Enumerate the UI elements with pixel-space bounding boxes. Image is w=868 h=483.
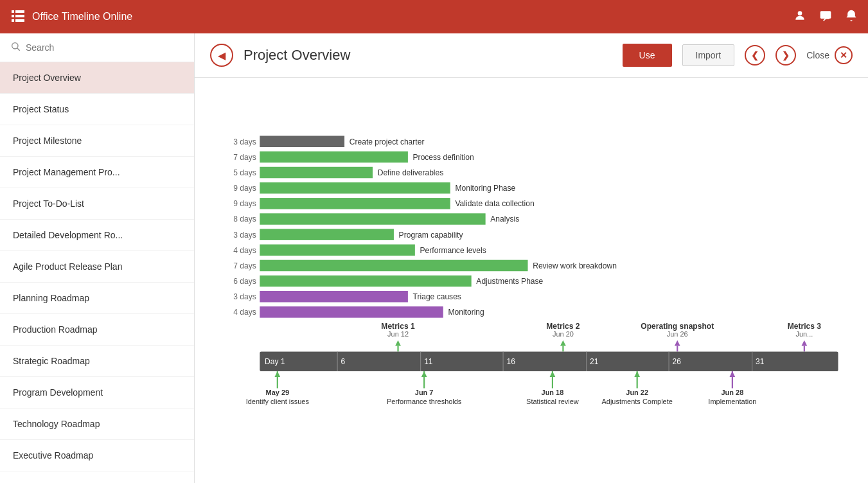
- svg-text:21: 21: [590, 357, 599, 366]
- svg-text:Process definition: Process definition: [413, 153, 474, 162]
- svg-text:Identify client issues: Identify client issues: [246, 398, 310, 405]
- svg-rect-24: [260, 198, 450, 209]
- svg-rect-4: [15, 15, 24, 17]
- svg-text:Analysis: Analysis: [490, 215, 519, 224]
- svg-text:11: 11: [424, 357, 433, 366]
- svg-text:Metrics 1: Metrics 1: [381, 322, 415, 331]
- close-icon: ✕: [835, 46, 853, 64]
- main-layout: Project Overview Project Status Project …: [0, 33, 868, 483]
- svg-point-6: [798, 11, 802, 15]
- svg-rect-12: [260, 136, 344, 147]
- sidebar-item-executive-roadmap[interactable]: Executive Roadmap: [0, 440, 194, 471]
- svg-text:Metrics 2: Metrics 2: [546, 322, 580, 331]
- use-button[interactable]: Use: [623, 44, 672, 67]
- svg-text:Operating snapshot: Operating snapshot: [641, 322, 714, 331]
- content-header: ◀ Project Overview Use Import ❮ ❯ Close …: [195, 33, 868, 78]
- svg-text:Jun 20: Jun 20: [553, 330, 574, 338]
- content-area: ◀ Project Overview Use Import ❮ ❯ Close …: [195, 33, 868, 483]
- svg-text:7 days: 7 days: [233, 261, 256, 270]
- sidebar-item-detailed-development-ro[interactable]: Detailed Development Ro...: [0, 220, 194, 251]
- svg-text:Validate data collection: Validate data collection: [455, 199, 534, 208]
- user-icon[interactable]: [793, 9, 806, 25]
- app-icon: [10, 8, 26, 26]
- svg-text:Jun 12: Jun 12: [387, 330, 409, 338]
- bell-icon[interactable]: [845, 9, 858, 25]
- svg-text:4 days: 4 days: [233, 308, 256, 317]
- svg-text:3 days: 3 days: [233, 137, 256, 146]
- svg-rect-3: [15, 10, 24, 13]
- page-title: Project Overview: [244, 47, 612, 64]
- next-button[interactable]: ❯: [775, 45, 796, 66]
- svg-text:4 days: 4 days: [233, 246, 256, 255]
- svg-text:31: 31: [756, 357, 765, 366]
- svg-text:Day 1: Day 1: [265, 357, 285, 366]
- chat-icon[interactable]: [819, 9, 832, 25]
- svg-text:6: 6: [341, 357, 346, 366]
- svg-text:Jun...: Jun...: [795, 330, 813, 338]
- sidebar-item-project-milestone[interactable]: Project Milestone: [0, 125, 194, 157]
- svg-text:Triage causes: Triage causes: [413, 292, 461, 301]
- svg-rect-27: [260, 213, 485, 225]
- svg-rect-1: [12, 15, 14, 17]
- svg-text:Adjustments Phase: Adjustments Phase: [476, 277, 543, 286]
- sidebar-item-project-overview[interactable]: Project Overview: [0, 62, 194, 94]
- search-input[interactable]: [26, 42, 184, 53]
- svg-text:Create project charter: Create project charter: [350, 137, 425, 146]
- sidebar-item-technology-roadmap[interactable]: Technology Roadmap: [0, 408, 194, 440]
- svg-rect-45: [260, 306, 443, 318]
- sidebar-item-agile-product-release-plan[interactable]: Agile Product Release Plan: [0, 251, 194, 283]
- svg-text:Jun 7: Jun 7: [415, 389, 434, 396]
- svg-text:6 days: 6 days: [233, 277, 256, 286]
- sidebar-list: Project Overview Project Status Project …: [0, 62, 194, 483]
- svg-rect-2: [12, 19, 14, 22]
- sidebar-item-migration-plan[interactable]: Migration Plan: [0, 471, 194, 483]
- svg-text:Review work breakdown: Review work breakdown: [533, 261, 617, 270]
- svg-text:Performance thresholds: Performance thresholds: [387, 398, 462, 405]
- svg-rect-7: [820, 11, 831, 19]
- svg-text:9 days: 9 days: [233, 199, 256, 208]
- sidebar-item-planning-roadmap[interactable]: Planning Roadmap: [0, 283, 194, 314]
- back-button[interactable]: ◀: [210, 44, 233, 67]
- prev-icon: ❮: [751, 50, 759, 60]
- svg-text:3 days: 3 days: [233, 231, 256, 240]
- prev-button[interactable]: ❮: [745, 45, 765, 66]
- sidebar-item-production-roadmap[interactable]: Production Roadmap: [0, 314, 194, 346]
- import-button[interactable]: Import: [682, 44, 735, 66]
- sidebar-item-program-development[interactable]: Program Development: [0, 377, 194, 408]
- svg-rect-36: [260, 260, 527, 272]
- sidebar-item-strategic-roadmap[interactable]: Strategic Roadmap: [0, 346, 194, 377]
- next-icon: ❯: [782, 50, 790, 60]
- svg-text:26: 26: [673, 357, 682, 366]
- svg-rect-0: [12, 10, 14, 13]
- app-header: Office Timeline Online: [0, 0, 868, 33]
- chart-area: 3 days Create project charter 7 days Pro…: [195, 78, 868, 483]
- svg-text:Jun 22: Jun 22: [626, 389, 648, 396]
- svg-text:16: 16: [507, 357, 516, 366]
- svg-line-9: [17, 48, 20, 51]
- sidebar-item-project-management-pro[interactable]: Project Management Pro...: [0, 157, 194, 188]
- svg-text:Jun 26: Jun 26: [667, 330, 688, 338]
- svg-text:Jun 18: Jun 18: [542, 389, 564, 396]
- svg-point-8: [12, 43, 18, 49]
- svg-rect-18: [260, 167, 373, 179]
- svg-text:Monitoring: Monitoring: [448, 308, 484, 317]
- back-icon: ◀: [218, 49, 226, 62]
- svg-rect-39: [260, 276, 471, 287]
- gantt-chart: 3 days Create project charter 7 days Pro…: [214, 91, 849, 470]
- close-label: Close: [806, 50, 829, 60]
- close-button[interactable]: Close ✕: [806, 46, 853, 64]
- svg-text:Metrics 3: Metrics 3: [788, 322, 822, 331]
- svg-text:Statistical review: Statistical review: [526, 398, 579, 405]
- sidebar-item-project-status[interactable]: Project Status: [0, 94, 194, 125]
- svg-text:9 days: 9 days: [233, 184, 256, 193]
- svg-text:5 days: 5 days: [233, 168, 256, 177]
- svg-rect-33: [260, 245, 415, 256]
- sidebar-item-project-to-do-list[interactable]: Project To-Do-List: [0, 188, 194, 220]
- svg-text:Adjustments Complete: Adjustments Complete: [601, 398, 672, 405]
- search-icon: [10, 41, 21, 54]
- app-title: Office Timeline Online: [32, 11, 793, 22]
- svg-text:Define deliverables: Define deliverables: [378, 168, 444, 177]
- svg-text:Program capability: Program capability: [399, 231, 463, 240]
- svg-rect-5: [15, 19, 24, 22]
- svg-text:Monitoring Phase: Monitoring Phase: [455, 184, 515, 193]
